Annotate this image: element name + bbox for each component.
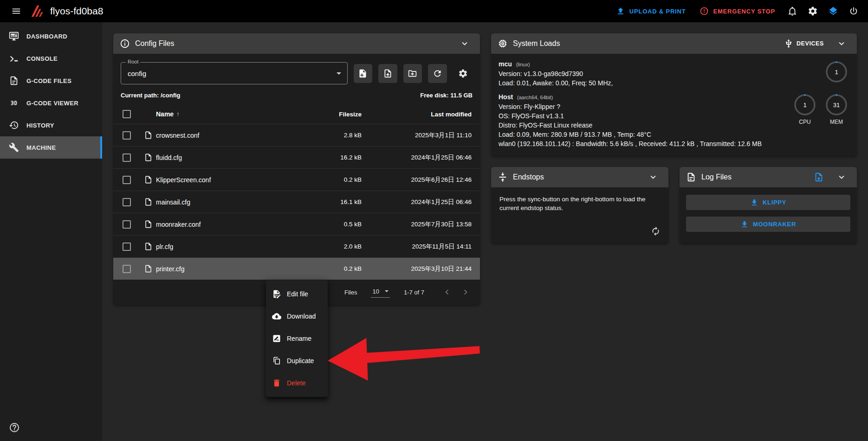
row-checkbox[interactable] [123, 265, 131, 273]
sidebar-item-history[interactable]: HISTORY [0, 114, 102, 136]
row-checkbox[interactable] [123, 220, 131, 229]
context-menu-edit-file[interactable]: Edit file [266, 283, 328, 305]
file-size: 0.5 kB [292, 221, 362, 228]
file-icon [140, 264, 156, 273]
sidebar-item-gcode-files[interactable]: G-CODE FILES [0, 70, 102, 92]
info-icon [120, 38, 130, 49]
panel-title: System Loads [513, 39, 560, 48]
log-files-header: Log Files [680, 167, 857, 187]
mcu-block: mcu (linux) Version: v1.3.0-ga98c9d7390 … [499, 59, 849, 88]
row-checkbox[interactable] [123, 176, 131, 184]
sidebar-item-console[interactable]: CONSOLE [0, 47, 102, 70]
table-row[interactable]: moonraker.conf 0.5 kB 2025年7月30日 13:58 [113, 213, 480, 235]
next-page-button[interactable] [457, 283, 474, 301]
endstops-panel: Endstops Press the sync-button on the ri… [491, 167, 668, 243]
sidebar-item-label: DASHBOARD [26, 33, 67, 40]
file-modified: 2025年11月5日 14:11 [362, 243, 480, 251]
root-select[interactable]: Root config [121, 62, 348, 84]
column-header-filesize[interactable]: Filesize [292, 111, 362, 118]
menu-button[interactable] [6, 1, 26, 21]
endstops-sync-button[interactable] [646, 222, 665, 240]
power-button[interactable] [844, 1, 863, 21]
per-page-select[interactable]: 10 [371, 287, 389, 298]
context-menu-delete[interactable]: Delete [266, 372, 328, 394]
upload-print-button[interactable]: UPLOAD & PRINT [609, 3, 693, 19]
endstops-collapse-button[interactable] [644, 168, 662, 186]
klippy-log-button[interactable]: KLIPPY [686, 195, 850, 210]
file-settings-button[interactable] [454, 64, 473, 83]
refresh-button[interactable] [428, 64, 447, 83]
file-icon [140, 131, 156, 140]
trash-icon [272, 378, 281, 388]
log-files-collapse-button[interactable] [833, 168, 850, 186]
panel-title: Config Files [135, 39, 174, 48]
console-icon [9, 53, 19, 64]
gcode-viewer-3d-icon [9, 98, 19, 108]
system-loads-panel: System Loads DEVICES [491, 33, 857, 156]
settings-button[interactable] [803, 1, 823, 21]
upload-print-label: UPLOAD & PRINT [629, 8, 686, 15]
mcu-name: mcu [499, 60, 512, 68]
file-icon [140, 153, 156, 162]
context-menu-rename[interactable]: Rename [266, 327, 328, 350]
host-variant: (aarch64, 64bit) [517, 95, 553, 100]
file-table: Name ↑ Filesize Last modified crowsnest.… [113, 104, 480, 280]
config-files-collapse-button[interactable] [456, 35, 473, 52]
sidebar: DASHBOARD CONSOLE G-CODE FILES G-CODE VI… [0, 22, 102, 441]
context-menu-label: Edit file [287, 290, 308, 298]
table-row[interactable]: KlipperScreen.conf 0.2 kB 2025年6月26日 12:… [113, 168, 480, 191]
file-name: plr.cfg [156, 243, 292, 250]
select-all-checkbox[interactable] [123, 110, 131, 118]
chip-icon [498, 38, 508, 49]
emergency-stop-button[interactable]: EMERGENCY STOP [693, 3, 782, 19]
power-icon [849, 6, 859, 16]
help-button[interactable] [5, 418, 24, 437]
klippy-log-label: KLIPPY [763, 199, 786, 206]
right-column: System Loads DEVICES [491, 33, 857, 243]
sidebar-item-machine[interactable]: MACHINE [0, 136, 102, 159]
file-size: 16.1 kB [292, 198, 362, 205]
row-checkbox[interactable] [123, 243, 131, 251]
wrench-icon [9, 142, 19, 153]
column-header-last-modified[interactable]: Last modified [362, 111, 480, 118]
upload-file-button[interactable] [378, 64, 397, 83]
row-checkbox[interactable] [123, 198, 131, 206]
table-row[interactable]: plr.cfg 2.0 kB 2025年11月5日 14:11 [113, 235, 480, 257]
system-loads-collapse-button[interactable] [833, 35, 850, 52]
current-path: Current path: /config [121, 92, 181, 99]
create-folder-button[interactable] [403, 64, 422, 83]
gear-icon [808, 6, 818, 16]
notifications-button[interactable] [783, 1, 802, 21]
root-select-label: Root [126, 59, 140, 64]
context-menu-download[interactable]: Download [266, 305, 328, 327]
files-per-page-label: Files [344, 289, 357, 296]
table-row[interactable]: fluidd.cfg 16.2 kB 2024年1月25日 06:46 [113, 146, 480, 168]
create-file-button[interactable] [354, 64, 373, 83]
download-logs-button[interactable] [810, 168, 828, 186]
mcu-version: Version: v1.3.0-ga98c9d7390 [499, 69, 823, 78]
theme-button[interactable] [823, 1, 843, 21]
row-checkbox[interactable] [123, 131, 131, 140]
file-icon [140, 175, 156, 184]
context-menu-label: Download [287, 313, 316, 320]
table-row[interactable]: mainsail.cfg 16.1 kB 2024年1月25日 06:46 [113, 191, 480, 213]
moonraker-log-button[interactable]: MOONRAKER [686, 217, 850, 232]
root-select-value: config [128, 70, 146, 77]
column-header-name[interactable]: Name ↑ [156, 110, 292, 118]
table-row-selected[interactable]: printer.cfg 0.2 kB 2025年3月10日 21:44 [113, 257, 480, 280]
context-menu-duplicate[interactable]: Duplicate [266, 350, 328, 372]
sidebar-item-label: G-CODE FILES [26, 77, 71, 84]
config-files-header: Config Files [113, 33, 480, 54]
sidebar-item-gcode-viewer[interactable]: G-CODE VIEWER [0, 92, 102, 114]
context-menu-label: Rename [287, 335, 311, 342]
log-file-icon [686, 172, 696, 182]
devices-button[interactable]: DEVICES [780, 35, 828, 52]
chevron-left-icon [442, 287, 452, 297]
row-checkbox[interactable] [123, 153, 131, 162]
previous-page-button[interactable] [438, 283, 456, 301]
cloud-download-icon [272, 312, 281, 321]
history-icon [9, 120, 19, 130]
table-row[interactable]: crowsnest.conf 2.8 kB 2025年3月1日 11:10 [113, 124, 480, 146]
sidebar-item-dashboard[interactable]: DASHBOARD [0, 25, 102, 47]
host-version: Version: Fly-Klipper ? [499, 102, 792, 111]
